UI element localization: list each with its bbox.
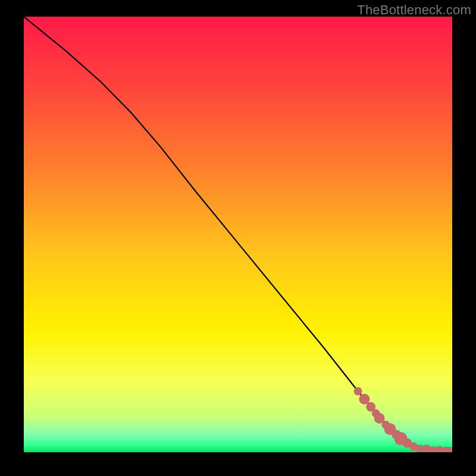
- marker-group: [354, 387, 452, 452]
- data-marker: [359, 394, 369, 405]
- watermark-text: TheBottleneck.com: [357, 2, 471, 18]
- curve-line: [24, 17, 452, 451]
- plot-area: [24, 17, 452, 452]
- chart-container: TheBottleneck.com: [0, 0, 476, 476]
- chart-svg: [24, 17, 452, 452]
- data-marker: [354, 387, 362, 396]
